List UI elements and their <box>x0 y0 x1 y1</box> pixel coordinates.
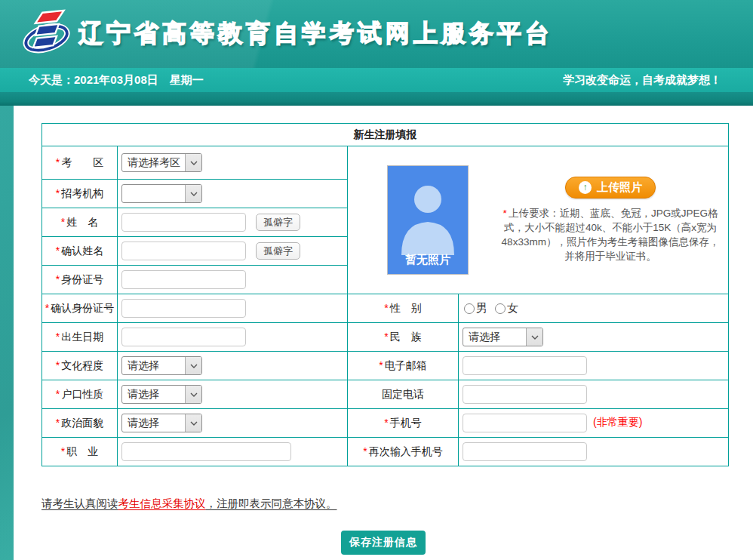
required-mark: * <box>56 417 60 429</box>
gender-female-option[interactable]: 女 <box>495 301 518 315</box>
registration-form-table: 新生注册填报 *考 区 请选择考区 <box>41 123 729 466</box>
confirm-name-label: *确认姓名 <box>42 237 118 266</box>
chevron-down-icon <box>185 185 201 202</box>
political-status-label: *政治面貌 <box>42 409 118 438</box>
table-row: 新生注册填报 <box>42 124 729 146</box>
exam-district-label: *考 区 <box>42 146 118 180</box>
confirm-mobile-label: *再次输入手机号 <box>348 438 459 466</box>
email-label: *电子邮箱 <box>348 352 459 380</box>
select-value: 请选择 <box>122 414 185 432</box>
today-date: 今天是：2021年03月08日 星期一 <box>29 73 204 88</box>
chevron-down-icon <box>185 386 201 403</box>
select-value: 请选择考区 <box>122 154 185 171</box>
name-input[interactable] <box>121 213 246 232</box>
gender-male-option[interactable]: 男 <box>464 301 487 315</box>
site-header: 辽宁省高等教育自学考试网上服务平台 <box>0 0 753 68</box>
required-mark: * <box>56 273 60 285</box>
select-value: 请选择 <box>122 386 185 403</box>
required-mark: * <box>363 445 367 457</box>
table-row: *确认身份证号 *性 别 男 女 <box>42 294 729 323</box>
table-row: *考 区 请选择考区 暂无照片 <box>42 146 729 180</box>
upload-photo-button[interactable]: ↑ 上传照片 <box>565 177 656 198</box>
ethnicity-select[interactable]: 请选择 <box>463 328 543 346</box>
email-input[interactable] <box>463 356 587 375</box>
rare-character-button[interactable]: 孤僻字 <box>256 214 300 231</box>
select-value <box>122 185 185 202</box>
required-mark: * <box>56 245 60 257</box>
chevron-down-icon <box>526 328 542 346</box>
required-mark: * <box>503 208 507 219</box>
required-mark: * <box>56 187 60 199</box>
table-row: *文化程度 请选择 *电子邮箱 <box>42 352 729 380</box>
landline-label: 固定电话 <box>348 380 459 409</box>
agreement-link[interactable]: 考生信息采集协议 <box>118 497 206 509</box>
table-row: *职 业 *再次输入手机号 <box>42 438 729 466</box>
photo-placeholder: 暂无照片 <box>387 165 469 275</box>
mobile-input[interactable] <box>463 414 587 432</box>
occupation-input[interactable] <box>121 442 291 461</box>
agreement-notice: 请考生认真阅读考生信息采集协议，注册即表示同意本协议。 <box>41 497 753 511</box>
name-label: *姓 名 <box>42 208 118 237</box>
education-level-select[interactable]: 请选择 <box>121 356 202 375</box>
chevron-down-icon <box>185 154 201 171</box>
upload-requirements: *上传要求：近期、蓝底、免冠，JPG或JPEG格式，大小不能超过40k、不能小于… <box>497 206 724 263</box>
confirm-id-input[interactable] <box>121 299 246 318</box>
required-mark: * <box>379 359 383 371</box>
main-content: 新生注册填报 *考 区 请选择考区 <box>14 106 753 560</box>
radio-icon <box>495 303 506 314</box>
table-row: *政治面貌 请选择 *手机号 (非常重要) <box>42 409 729 438</box>
required-mark: * <box>56 388 60 400</box>
gender-label: *性 别 <box>348 294 459 323</box>
chevron-down-icon <box>185 357 201 374</box>
upload-arrow-icon: ↑ <box>579 181 592 194</box>
birth-date-input[interactable] <box>121 328 246 346</box>
mobile-label: *手机号 <box>348 409 459 438</box>
required-mark: * <box>384 302 388 314</box>
ethnicity-label: *民 族 <box>348 323 459 352</box>
occupation-label: *职 业 <box>42 438 118 466</box>
household-type-select[interactable]: 请选择 <box>121 385 202 404</box>
required-mark: * <box>61 216 65 228</box>
required-mark: * <box>56 331 60 343</box>
birth-date-label: *出生日期 <box>42 323 118 352</box>
slogan: 学习改变命运，自考成就梦想！ <box>563 73 721 88</box>
confirm-id-label: *确认身份证号 <box>42 294 118 323</box>
gender-radio-group: 男 女 <box>463 301 728 315</box>
household-type-label: *户口性质 <box>42 380 118 409</box>
form-title: 新生注册填报 <box>42 124 729 146</box>
landline-input[interactable] <box>463 385 587 404</box>
table-row: *户口性质 请选择 固定电话 <box>42 380 729 409</box>
required-mark: * <box>45 302 49 314</box>
rare-character-button[interactable]: 孤僻字 <box>256 242 300 260</box>
select-value: 请选择 <box>463 328 526 346</box>
date-bar: 今天是：2021年03月08日 星期一 学习改变命运，自考成就梦想！ <box>0 68 753 92</box>
page-title: 辽宁省高等教育自学考试网上服务平台 <box>78 17 553 51</box>
select-value: 请选择 <box>122 357 185 374</box>
required-mark: * <box>61 445 65 457</box>
save-registration-button[interactable]: 保存注册信息 <box>341 531 426 555</box>
education-level-label: *文化程度 <box>42 352 118 380</box>
required-mark: * <box>56 156 60 168</box>
required-mark: * <box>384 331 388 343</box>
exam-district-select[interactable]: 请选择考区 <box>121 153 202 172</box>
confirm-name-input[interactable] <box>121 242 246 260</box>
platform-logo-icon <box>21 9 71 59</box>
chevron-down-icon <box>185 414 201 432</box>
recruit-org-select[interactable] <box>121 184 202 203</box>
required-mark: * <box>56 359 60 371</box>
id-number-label: *身份证号 <box>42 266 118 294</box>
photo-section: 暂无照片 ↑ 上传照片 *上传要求：近期、蓝底、免冠，JPG或JPEG格式，大小… <box>348 146 729 294</box>
required-mark: * <box>384 417 388 429</box>
id-number-input[interactable] <box>121 270 246 289</box>
radio-icon <box>464 303 475 314</box>
no-photo-text: 暂无照片 <box>405 253 450 267</box>
political-status-select[interactable]: 请选择 <box>121 414 202 432</box>
recruit-org-label: *招考机构 <box>42 180 118 208</box>
table-row: *出生日期 *民 族 请选择 <box>42 323 729 352</box>
person-silhouette-icon <box>395 177 461 255</box>
confirm-mobile-input[interactable] <box>463 442 587 461</box>
mobile-important-note: (非常重要) <box>593 416 642 428</box>
header-bottom-band <box>0 92 753 106</box>
